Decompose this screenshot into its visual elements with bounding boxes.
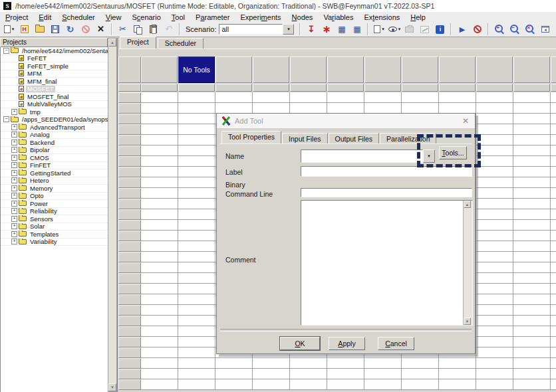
insert-experiment-button[interactable]: ▦ bbox=[335, 23, 348, 36]
grid-cell[interactable] bbox=[402, 103, 439, 114]
tree-item-hetero[interactable]: +Hetero bbox=[1, 177, 108, 185]
comment-scrollbar[interactable]: ▲ ▼ bbox=[463, 201, 472, 325]
tree-item-mosfet-final[interactable]: dMOSFET_final bbox=[1, 93, 108, 101]
grid-cell[interactable] bbox=[141, 262, 178, 273]
grid-cell[interactable] bbox=[551, 177, 556, 188]
tool-header-cell[interactable] bbox=[141, 56, 178, 83]
grid-cell[interactable] bbox=[476, 252, 513, 262]
grid-cell[interactable] bbox=[513, 273, 551, 284]
collapse-icon[interactable]: − bbox=[3, 116, 9, 122]
tree-item-multivalleymos[interactable]: dMultiValleyMOS bbox=[1, 101, 108, 109]
grid-cell[interactable] bbox=[141, 326, 178, 337]
grid-cell[interactable] bbox=[178, 103, 215, 114]
grid-cell[interactable] bbox=[476, 135, 513, 146]
grid-cell[interactable] bbox=[513, 326, 551, 337]
menu-project[interactable]: Project bbox=[0, 13, 33, 21]
grid-cell[interactable] bbox=[513, 316, 551, 326]
grid-cell[interactable] bbox=[141, 241, 178, 252]
tree-item-solar[interactable]: +Solar bbox=[1, 223, 108, 231]
tool-header-cell[interactable] bbox=[215, 56, 252, 83]
new-document-dropdown-icon[interactable]: ▾ bbox=[12, 27, 15, 32]
grid-cell[interactable] bbox=[141, 369, 178, 379]
delete-button[interactable]: ✕ bbox=[94, 23, 108, 36]
grid-cell[interactable] bbox=[476, 294, 513, 305]
grid-cell[interactable] bbox=[215, 358, 253, 369]
grid-cell[interactable] bbox=[513, 114, 551, 124]
expand-icon[interactable]: + bbox=[11, 109, 17, 115]
grid-cell[interactable] bbox=[215, 379, 253, 390]
scroll-down-icon[interactable]: ▼ bbox=[464, 318, 471, 325]
save-project-button[interactable] bbox=[48, 23, 62, 36]
expand-icon[interactable]: + bbox=[11, 231, 17, 237]
dialog-tab-input-files[interactable]: Input Files bbox=[282, 133, 327, 144]
grid-cell[interactable] bbox=[141, 337, 178, 347]
tree-item-templates[interactable]: +Templates bbox=[1, 231, 108, 239]
expand-icon[interactable]: + bbox=[11, 193, 17, 199]
tree-item-analog[interactable]: +Analog bbox=[1, 132, 108, 140]
grid-cell[interactable] bbox=[178, 305, 215, 316]
zoom-out-button[interactable]: − bbox=[507, 23, 521, 36]
grid-cell[interactable] bbox=[513, 231, 551, 241]
grid-cell[interactable] bbox=[476, 199, 513, 209]
grid-cell[interactable] bbox=[551, 241, 556, 252]
comment-textarea[interactable]: ▲ ▼ bbox=[301, 200, 473, 326]
grid-cell[interactable] bbox=[141, 294, 178, 305]
grid-cell[interactable] bbox=[551, 92, 556, 103]
grid-cell[interactable] bbox=[513, 188, 551, 199]
grid-cell[interactable] bbox=[364, 369, 402, 379]
window-previous-button[interactable]: ◂ bbox=[538, 23, 552, 36]
apply-button[interactable]: Apply bbox=[329, 337, 365, 350]
add-row-button[interactable]: ↧ bbox=[304, 23, 318, 36]
grid-cell[interactable] bbox=[178, 379, 215, 390]
grid-cell[interactable] bbox=[178, 284, 215, 294]
grid-cell[interactable] bbox=[364, 379, 402, 390]
grid-cell[interactable] bbox=[476, 92, 513, 103]
expand-icon[interactable]: + bbox=[11, 177, 17, 183]
tree-item-fefet[interactable]: dFeFET bbox=[1, 55, 108, 63]
grid-cell[interactable] bbox=[141, 103, 178, 114]
grid-cell[interactable] bbox=[439, 103, 476, 114]
append-experiment-button[interactable]: ▦ bbox=[350, 23, 364, 36]
menu-view[interactable]: View bbox=[100, 13, 127, 21]
dialog-tab-output-files[interactable]: Output Files bbox=[329, 133, 380, 144]
grid-cell[interactable] bbox=[215, 103, 253, 114]
grid-cell[interactable] bbox=[253, 379, 290, 390]
zoom-in-button[interactable]: + bbox=[492, 23, 506, 36]
grid-cell[interactable] bbox=[178, 124, 215, 135]
tool-header-cell[interactable] bbox=[476, 56, 513, 83]
grid-cell[interactable] bbox=[141, 358, 178, 369]
grid-cell[interactable] bbox=[290, 369, 327, 379]
grid-cell[interactable] bbox=[513, 337, 551, 347]
tree-item-sensors[interactable]: +Sensors bbox=[1, 215, 108, 223]
tool-header-cell[interactable] bbox=[253, 56, 289, 83]
tree-item-memory[interactable]: +Memory bbox=[1, 185, 108, 193]
grid-cell[interactable] bbox=[141, 124, 178, 135]
collapse-icon[interactable]: − bbox=[3, 48, 9, 54]
grid-cell[interactable] bbox=[551, 199, 556, 209]
tool-header-cell[interactable] bbox=[513, 56, 550, 83]
grid-cell[interactable] bbox=[141, 284, 178, 294]
grid-cell[interactable] bbox=[141, 135, 178, 146]
grid-cell[interactable] bbox=[141, 273, 178, 284]
grid-cell[interactable] bbox=[402, 92, 439, 103]
grid-cell[interactable] bbox=[178, 358, 215, 369]
grid-cell[interactable] bbox=[178, 135, 215, 146]
expand-icon[interactable]: + bbox=[11, 223, 17, 229]
grid-cell[interactable] bbox=[476, 379, 513, 390]
grid-cell[interactable] bbox=[551, 220, 556, 231]
grid-cell[interactable] bbox=[178, 156, 215, 167]
expand-icon[interactable]: + bbox=[11, 162, 17, 168]
grid-cell[interactable] bbox=[551, 156, 556, 167]
grid-cell[interactable] bbox=[476, 347, 513, 358]
menu-parameter[interactable]: Parameter bbox=[190, 13, 235, 21]
expand-icon[interactable]: + bbox=[11, 132, 17, 138]
info-button[interactable]: i bbox=[433, 23, 447, 36]
tab-project[interactable]: Project bbox=[120, 37, 156, 49]
grid-cell[interactable] bbox=[551, 124, 556, 135]
tool-header-cell[interactable] bbox=[551, 56, 556, 83]
grid-cell[interactable] bbox=[253, 92, 290, 103]
ok-button[interactable]: OK bbox=[280, 337, 320, 350]
grid-cell[interactable] bbox=[439, 369, 476, 379]
grid-cell[interactable] bbox=[551, 114, 556, 124]
zoom-reset-button[interactable]: × bbox=[523, 23, 537, 36]
